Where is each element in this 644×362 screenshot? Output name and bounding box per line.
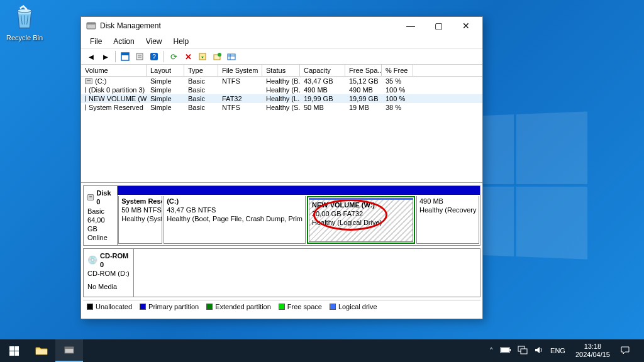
cell-fs [218,85,262,94]
windows-logo-icon [9,346,19,356]
col-type[interactable]: Type [184,65,218,76]
part-sub: 20,00 GB FAT32 [312,210,410,219]
col-filesystem[interactable]: File System [218,65,262,76]
cell-capacity: 50 MB [300,103,345,112]
svg-text:?: ? [152,53,156,60]
volume-row[interactable]: NEW VOLUME (W:)SimpleBasicFAT32Healthy (… [81,94,482,103]
disk0-info[interactable]: Disk 0 Basic 64,00 GB Online [84,186,118,245]
menu-file[interactable]: File [85,36,107,47]
recycle-bin-label: Recycle Bin [6,34,43,41]
language-indicator[interactable]: ENG [550,347,565,354]
legend-unallocated: Unallocated [96,303,132,310]
volume-row[interactable]: (Disk 0 partition 3)SimpleBasicHealthy (… [81,85,482,94]
taskbar: ˄ ENG 13:18 2024/04/15 [0,339,644,362]
cdrom-name: CD-ROM 0 [100,251,130,270]
col-status[interactable]: Status [262,65,300,76]
partition-system-reserved[interactable]: System Rese 50 MB NTFS Healthy (Syst [118,196,162,244]
cell-capacity: 490 MB [300,85,345,94]
col-pctfree[interactable]: % Free [382,65,413,76]
cell-volume: (Disk 0 partition 3) [81,85,147,94]
disk0-stripe [118,186,480,195]
menu-help[interactable]: Help [169,36,194,47]
taskbar-disk-management[interactable] [55,339,83,362]
cell-free: 19,99 GB [345,94,382,103]
volume-row[interactable]: System ReservedSimpleBasicNTFSHealthy (S… [81,103,482,112]
partition-new-volume-w[interactable]: NEW VOLUME (W:) 20,00 GB FAT32 Healthy (… [309,198,413,242]
network-icon[interactable] [518,346,528,356]
legend-free: Free space [287,303,322,310]
swatch-primary-icon [140,304,146,310]
drive-icon [85,87,86,93]
cell-free: 19 MB [345,103,382,112]
start-button[interactable] [0,339,28,362]
taskbar-explorer[interactable] [28,339,55,362]
properties-button[interactable] [133,50,146,63]
part-sub: 43,47 GB NTFS [167,206,303,215]
volume-list-pane[interactable]: Volume Layout Type File System Status Ca… [81,65,482,183]
cdrom-info[interactable]: 💿CD-ROM 0 CD-ROM (D:) No Media [84,249,134,297]
drive-icon [85,104,86,111]
clock[interactable]: 13:18 2024/04/15 [572,343,614,359]
col-capacity[interactable]: Capacity [300,65,345,76]
refresh-button[interactable]: ⟳ [167,50,180,63]
cdrom-icon: 💿 [87,255,97,266]
close-button[interactable]: ✕ [452,17,480,35]
cdrom-block: 💿CD-ROM 0 CD-ROM (D:) No Media [83,248,480,297]
cell-layout: Simple [147,85,184,94]
legend-extended: Extended partition [215,303,271,310]
cell-volume: NEW VOLUME (W:) [81,94,147,103]
cell-pct: 35 % [382,77,413,85]
disk0-type: Basic [87,207,113,216]
volume-row[interactable]: (C:)SimpleBasicNTFSHealthy (B...43,47 GB… [81,77,482,85]
extended-partition[interactable]: NEW VOLUME (W:) 20,00 GB FAT32 Healthy (… [307,196,415,244]
settings-button[interactable] [225,50,238,63]
swatch-unallocated-icon [87,304,93,310]
battery-icon[interactable] [500,346,511,356]
svg-rect-16 [36,349,47,354]
recycle-bin[interactable]: Recycle Bin [6,4,43,41]
legend-primary: Primary partition [148,303,199,310]
col-volume[interactable]: Volume [81,65,147,76]
menu-view[interactable]: View [141,36,167,47]
swatch-extended-icon [206,304,213,310]
swatch-free-icon [279,304,285,310]
legend: Unallocated Primary partition Extended p… [83,300,480,313]
part-sub: 490 MB [419,197,476,206]
cell-volume: (C:) [81,77,147,85]
cell-status: Healthy (B... [262,77,300,85]
svg-rect-21 [501,348,509,352]
partition-c[interactable]: (C:) 43,47 GB NTFS Healthy (Boot, Page F… [164,196,306,244]
part-sub: 50 MB NTFS [121,206,159,215]
svg-point-0 [18,9,31,13]
show-hide-tree-button[interactable] [119,50,131,63]
attach-vhd-button[interactable] [211,50,223,63]
titlebar[interactable]: Disk Management — ▢ ✕ [81,17,482,35]
forward-button[interactable]: ► [99,50,112,63]
volume-list-header[interactable]: Volume Layout Type File System Status Ca… [81,65,482,77]
create-vhd-button[interactable] [196,50,209,63]
partition-recovery[interactable]: 490 MB Healthy (Recovery Parti [416,196,479,244]
cell-pct: 100 % [382,85,413,94]
maximize-button[interactable]: ▢ [425,17,452,35]
cell-pct: 100 % [382,94,413,103]
svg-rect-23 [521,349,527,354]
volume-icon[interactable] [534,346,544,356]
svg-rect-13 [228,54,235,60]
disk-mgmt-icon [64,345,75,355]
col-freespace[interactable]: Free Spa... [345,65,382,76]
disk-icon [87,194,94,200]
part-name: NEW VOLUME (W:) [312,201,410,210]
clock-date: 2024/04/15 [575,351,610,359]
minimize-button[interactable]: — [397,17,425,35]
menu-action[interactable]: Action [108,36,139,47]
cell-pct: 38 % [382,103,413,112]
action-center-icon[interactable] [620,346,630,356]
cell-layout: Simple [147,94,184,103]
help-button[interactable]: ? [148,50,160,63]
tray-chevron-icon[interactable]: ˄ [489,346,494,356]
clock-time: 13:18 [575,343,610,351]
col-layout[interactable]: Layout [147,65,184,76]
disk0-block: Disk 0 Basic 64,00 GB Online System Rese… [83,185,480,246]
delete-button[interactable]: ✕ [182,50,194,63]
back-button[interactable]: ◄ [85,50,97,63]
